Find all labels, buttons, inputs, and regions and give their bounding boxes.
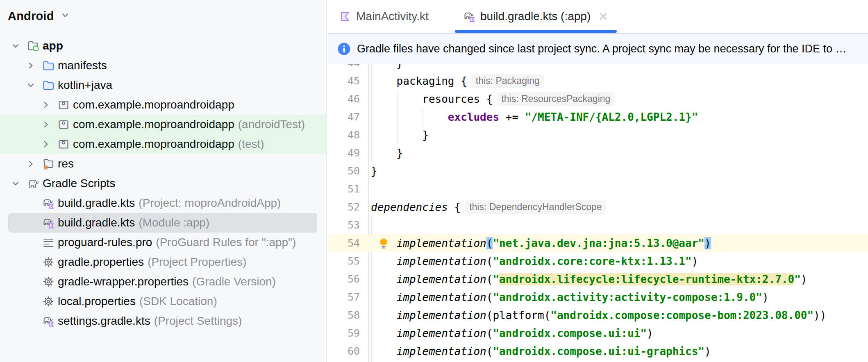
tree-item-label: res bbox=[58, 157, 74, 170]
line-number: 51 bbox=[328, 180, 360, 198]
code-line-60: 60 implementation("androidx.compose.ui:u… bbox=[328, 342, 868, 360]
chevron-right-icon[interactable] bbox=[26, 61, 36, 70]
text-lines-icon bbox=[42, 236, 55, 249]
kotlin-file-icon bbox=[339, 10, 351, 23]
code-line-text: resources {this: ResourcesPackaging bbox=[371, 90, 615, 108]
android-module-folder-icon bbox=[27, 40, 39, 52]
code-line-text: implementation(platform("androidx.compos… bbox=[371, 306, 826, 324]
tab-mainactivity[interactable]: MainActivity.kt bbox=[339, 0, 429, 33]
code-line-text: implementation("androidx.compose.ui:ui") bbox=[371, 324, 653, 342]
code-line-55: 55 implementation("androidx.core:core-kt… bbox=[328, 252, 868, 270]
inlay-hint: this: ResourcesPackaging bbox=[497, 92, 615, 106]
line-number: 46 bbox=[328, 90, 360, 108]
tree-item-proguard-rules-pro[interactable]: proguard-rules.pro(ProGuard Rules for ":… bbox=[0, 233, 326, 252]
code-line-57: 57 implementation("androidx.activity:act… bbox=[328, 288, 868, 306]
chevron-down-icon[interactable] bbox=[26, 80, 36, 90]
tab-build-gradle[interactable]: build.gradle.kts (:app) bbox=[455, 0, 609, 33]
tree-item-build-gradle-kts[interactable]: build.gradle.kts(Project: moproAndroidAp… bbox=[0, 193, 326, 213]
tree-item-label: kotlin+java bbox=[58, 79, 112, 92]
tree-item-com-example-moproandroidapp[interactable]: com.example.moproandroidapp bbox=[0, 95, 326, 115]
chevron-right-icon[interactable] bbox=[41, 100, 51, 110]
android-studio-window: Android appmanifestskotlin+javacom.examp… bbox=[0, 0, 868, 362]
line-number: 49 bbox=[328, 144, 360, 162]
gradle-kts-icon bbox=[42, 315, 55, 327]
tree-item-kotlin-java[interactable]: kotlin+java bbox=[0, 75, 326, 95]
chevron-spacer bbox=[26, 218, 36, 228]
tree-item-com-example-moproandroidapp[interactable]: com.example.moproandroidapp(test) bbox=[0, 134, 326, 154]
tree-item-label: com.example.moproandroidapp bbox=[73, 98, 234, 111]
tree-item-label: com.example.moproandroidapp bbox=[73, 138, 234, 151]
tab-build-gradle-label: build.gradle.kts (:app) bbox=[480, 10, 591, 23]
tree-item-label: manifests bbox=[58, 59, 107, 72]
code-line-background bbox=[328, 162, 868, 180]
tree-item-secondary-label: (androidTest) bbox=[238, 118, 305, 131]
code-line-text: implementation("androidx.compose.ui:ui-g… bbox=[371, 342, 711, 360]
code-line-56: 56 implementation("androidx.lifecycle:li… bbox=[328, 270, 868, 288]
tree-item-secondary-label: (Project Properties) bbox=[148, 256, 246, 269]
active-tab-underline bbox=[455, 30, 617, 33]
code-line-text: packaging {this: Packaging bbox=[371, 72, 544, 90]
tree-item-label: build.gradle.kts bbox=[58, 216, 135, 229]
tree-item-gradle-scripts[interactable]: Gradle Scripts bbox=[0, 174, 326, 193]
line-number: 58 bbox=[328, 306, 360, 324]
code-line-58: 58 implementation(platform("androidx.com… bbox=[328, 306, 868, 324]
tree-item-build-gradle-kts[interactable]: build.gradle.kts(Module :app) bbox=[0, 213, 326, 233]
gear-icon bbox=[42, 276, 55, 288]
gradle-sync-banner-text: Gradle files have changed since last pro… bbox=[357, 43, 847, 55]
close-icon[interactable] bbox=[598, 11, 609, 22]
code-line-background bbox=[328, 216, 868, 234]
editor-area: MainActivity.kt build.gradle.kts (:app) … bbox=[328, 0, 868, 362]
code-line-54: 54 implementation("net.java.dev.jna:jna:… bbox=[328, 234, 868, 252]
package-icon bbox=[57, 138, 70, 150]
code-line-background bbox=[328, 144, 868, 162]
project-tool-window: Android appmanifestskotlin+javacom.examp… bbox=[0, 0, 327, 362]
code-line-52: 52dependencies {this: DependencyHandlerS… bbox=[328, 198, 868, 216]
chevron-right-icon[interactable] bbox=[26, 159, 36, 169]
tree-item-app[interactable]: app bbox=[0, 36, 326, 56]
line-number: 48 bbox=[328, 126, 360, 144]
gear-icon bbox=[42, 295, 55, 308]
tree-item-label: settings.gradle.kts bbox=[58, 314, 150, 328]
tree-item-settings-gradle-kts[interactable]: settings.gradle.kts(Project Settings) bbox=[0, 311, 326, 331]
chevron-down-icon[interactable] bbox=[11, 179, 20, 188]
tree-item-local-properties[interactable]: local.properties(SDK Location) bbox=[0, 292, 326, 311]
chevron-down-icon[interactable] bbox=[11, 41, 20, 51]
code-line-48: 48 } bbox=[328, 126, 868, 144]
line-number: 53 bbox=[328, 216, 360, 234]
tab-mainactivity-label: MainActivity.kt bbox=[356, 10, 429, 23]
tree-item-gradle-wrapper-properties[interactable]: gradle-wrapper.properties(Gradle Version… bbox=[0, 272, 326, 292]
tree-item-secondary-label: (Gradle Version) bbox=[192, 275, 276, 288]
code-line-text: implementation("androidx.lifecycle:lifec… bbox=[371, 270, 807, 288]
tree-item-label: app bbox=[43, 39, 63, 52]
tree-item-gradle-properties[interactable]: gradle.properties(Project Properties) bbox=[0, 252, 326, 272]
code-editor[interactable]: 44 }45 packaging {this: Packaging46 reso… bbox=[328, 33, 868, 362]
code-line-47: 47 excludes += "/META-INF/{AL2.0,LGPL2.1… bbox=[328, 108, 868, 126]
inlay-hint: this: Packaging bbox=[471, 74, 544, 88]
code-line-46: 46 resources {this: ResourcesPackaging bbox=[328, 90, 868, 108]
code-line-text: dependencies {this: DependencyHandlerSco… bbox=[371, 198, 607, 216]
tree-item-secondary-label: (SDK Location) bbox=[139, 295, 217, 308]
tree-item-label: gradle-wrapper.properties bbox=[58, 275, 189, 288]
tree-item-secondary-label: (Project Settings) bbox=[154, 314, 242, 328]
line-number: 57 bbox=[328, 288, 360, 306]
project-view-selector[interactable]: Android bbox=[8, 9, 70, 23]
tree-item-label: proguard-rules.pro bbox=[58, 236, 152, 249]
chevron-spacer bbox=[26, 238, 36, 247]
gradle-kts-icon bbox=[42, 217, 55, 229]
code-line-text: } bbox=[371, 144, 403, 162]
chevron-spacer bbox=[26, 316, 36, 326]
tree-item-res[interactable]: res bbox=[0, 154, 326, 174]
chevron-right-icon[interactable] bbox=[41, 139, 51, 149]
tree-item-com-example-moproandroidapp[interactable]: com.example.moproandroidapp(androidTest) bbox=[0, 115, 326, 134]
line-number: 45 bbox=[328, 72, 360, 90]
chevron-spacer bbox=[26, 296, 36, 306]
tree-item-manifests[interactable]: manifests bbox=[0, 56, 326, 75]
tree-item-label: com.example.moproandroidapp bbox=[73, 118, 234, 131]
code-line-50: 50} bbox=[328, 162, 868, 180]
code-line-text: } bbox=[371, 126, 429, 144]
res-folder-icon bbox=[42, 158, 55, 170]
tree-item-label: local.properties bbox=[58, 295, 136, 308]
chevron-right-icon[interactable] bbox=[41, 120, 51, 129]
line-number: 50 bbox=[328, 162, 360, 180]
tree-item-label: Gradle Scripts bbox=[43, 177, 115, 190]
